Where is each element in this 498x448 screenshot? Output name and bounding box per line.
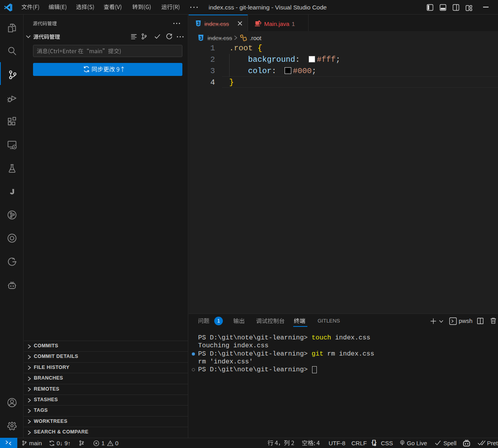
svg-text:3: 3 [197, 21, 200, 26]
svg-text:3: 3 [200, 35, 202, 41]
